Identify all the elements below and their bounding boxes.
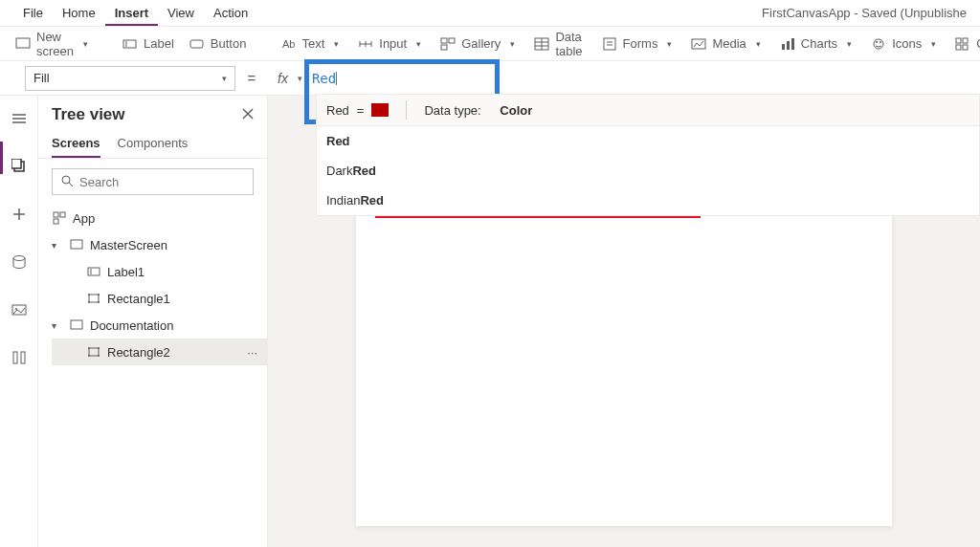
- tree-item-masterscreen[interactable]: ▾ MasterScreen: [52, 231, 267, 258]
- svg-rect-47: [60, 212, 65, 217]
- tree-label: Documentation: [90, 318, 173, 333]
- tree-view-icon[interactable]: [6, 153, 33, 180]
- label-icon: [86, 264, 101, 279]
- svg-point-44: [62, 176, 70, 184]
- menu-bar: File Home Insert View Action FirstCanvas…: [0, 0, 980, 27]
- rail-accent: [0, 142, 3, 174]
- svg-text:Ab: Ab: [282, 38, 295, 50]
- media-rail-icon[interactable]: [6, 296, 33, 323]
- chevron-down-icon: ▾: [667, 39, 672, 49]
- hamburger-icon[interactable]: [6, 105, 33, 132]
- table-icon: [534, 36, 549, 52]
- formula-text: Red: [312, 71, 336, 86]
- custom-label: Custom: [976, 36, 980, 51]
- property-select[interactable]: Fill ▾: [25, 66, 235, 91]
- svg-rect-10: [449, 38, 455, 43]
- menu-home[interactable]: Home: [53, 6, 105, 20]
- svg-rect-34: [11, 159, 21, 168]
- svg-rect-46: [54, 212, 58, 217]
- tree-label: Rectangle1: [107, 292, 170, 306]
- tree: App ▾ MasterScreen Label1 Rectangle1 ▾ D…: [38, 205, 267, 365]
- suggest-item[interactable]: DarkRed: [317, 156, 979, 186]
- data-type-value: Color: [500, 103, 532, 118]
- insert-icon[interactable]: [6, 201, 33, 228]
- chevron-down-icon[interactable]: ▾: [52, 320, 63, 331]
- svg-rect-1: [123, 40, 136, 48]
- forms-dropdown[interactable]: Forms▾: [594, 31, 680, 57]
- search-icon: [60, 174, 74, 190]
- search-input[interactable]: [52, 168, 254, 195]
- svg-rect-58: [89, 348, 99, 356]
- data-table-label: Data table: [555, 30, 582, 58]
- svg-point-54: [98, 294, 100, 295]
- app-title: FirstCanvasApp - Saved (Unpublishe: [762, 6, 967, 20]
- color-swatch: [371, 103, 389, 117]
- menu-insert[interactable]: Insert: [105, 6, 158, 26]
- menu-file[interactable]: File: [13, 6, 53, 20]
- svg-rect-22: [791, 38, 794, 50]
- property-value: Fill: [33, 71, 50, 85]
- svg-rect-19: [692, 39, 705, 49]
- data-icon[interactable]: [6, 249, 33, 275]
- svg-line-45: [69, 183, 73, 186]
- charts-dropdown[interactable]: Charts▾: [772, 31, 859, 57]
- chevron-down-icon: ▾: [510, 39, 515, 49]
- svg-rect-26: [956, 38, 961, 43]
- tree-item-app[interactable]: App: [52, 205, 267, 231]
- forms-label: Forms: [623, 36, 658, 51]
- gallery-dropdown[interactable]: Gallery▾: [433, 31, 523, 57]
- svg-point-24: [876, 41, 878, 43]
- chevron-down-icon: ▾: [334, 39, 339, 49]
- text-label: Text: [301, 36, 324, 51]
- screen-frame[interactable]: [356, 201, 892, 526]
- menu-action[interactable]: Action: [204, 6, 257, 20]
- tree-item-documentation[interactable]: ▾ Documentation: [52, 312, 267, 339]
- suggest-item[interactable]: Red: [317, 126, 979, 156]
- svg-rect-3: [190, 40, 203, 48]
- chevron-down-icon: ▾: [931, 39, 936, 49]
- charts-label: Charts: [801, 36, 837, 51]
- app-icon: [52, 210, 67, 226]
- input-dropdown[interactable]: Input▾: [350, 31, 429, 57]
- chevron-down-icon: ▾: [222, 74, 227, 83]
- text-dropdown[interactable]: Ab Text▾: [273, 31, 346, 57]
- close-icon[interactable]: [242, 108, 254, 122]
- tree-item-rectangle1[interactable]: Rectangle1: [52, 285, 267, 312]
- chevron-down-icon: ▾: [847, 39, 852, 49]
- search-field[interactable]: [79, 175, 245, 189]
- panel-tabs: Screens Components: [38, 130, 267, 159]
- button-button[interactable]: Button: [182, 31, 255, 57]
- tree-item-label1[interactable]: Label1: [52, 258, 267, 285]
- formula-input[interactable]: Red: [302, 66, 980, 91]
- svg-rect-57: [71, 320, 82, 329]
- svg-rect-21: [787, 41, 790, 50]
- svg-point-53: [88, 294, 90, 295]
- tree-view-panel: Tree view Screens Components App ▾ Maste…: [38, 96, 268, 547]
- more-icon[interactable]: ···: [247, 345, 257, 360]
- tree-item-rectangle2[interactable]: Rectangle2 ···: [52, 339, 267, 365]
- icons-dropdown[interactable]: Icons▾: [863, 31, 944, 57]
- chevron-down-icon[interactable]: ▾: [52, 240, 63, 251]
- tab-screens[interactable]: Screens: [52, 130, 100, 158]
- svg-rect-29: [963, 45, 968, 50]
- button-text: Button: [211, 36, 247, 51]
- screen-icon: [15, 36, 31, 52]
- menu-view[interactable]: View: [158, 6, 204, 20]
- data-table-button[interactable]: Data table: [526, 31, 590, 57]
- label-text: Label: [144, 36, 174, 51]
- chevron-down-icon: ▾: [756, 39, 761, 49]
- tab-components[interactable]: Components: [118, 130, 189, 158]
- svg-rect-41: [21, 352, 25, 363]
- suggest-item[interactable]: IndianRed: [317, 186, 979, 215]
- new-screen-button[interactable]: New screen ▾: [8, 31, 96, 57]
- custom-button[interactable]: Custom: [947, 31, 980, 57]
- svg-point-62: [98, 355, 100, 357]
- fx-label: fx: [268, 71, 294, 86]
- icons-label: Icons: [892, 36, 922, 51]
- svg-rect-49: [71, 240, 82, 249]
- text-icon: Ab: [280, 36, 296, 52]
- media-dropdown[interactable]: Media▾: [683, 31, 768, 57]
- separator: [406, 100, 407, 120]
- label-button[interactable]: Label: [115, 31, 182, 57]
- tools-icon[interactable]: [6, 344, 33, 371]
